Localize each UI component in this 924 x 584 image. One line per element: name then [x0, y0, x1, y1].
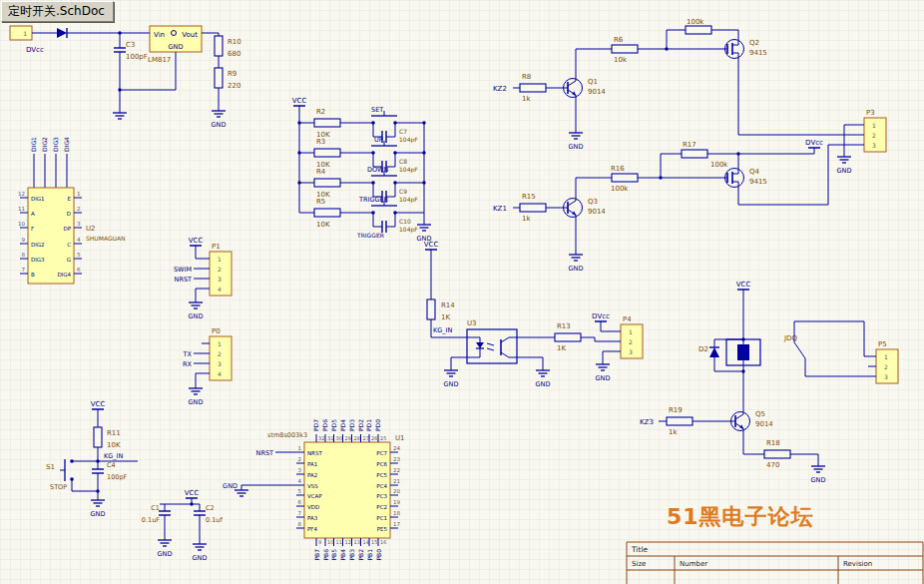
text-label[interactable]: SWIM — [174, 266, 192, 274]
text-label[interactable]: 100k — [687, 18, 704, 26]
text-label[interactable]: R10 — [228, 38, 241, 46]
text-label[interactable]: NRST — [175, 276, 193, 284]
resistor-R9[interactable] — [215, 68, 223, 88]
text-label[interactable]: 1k — [669, 428, 678, 436]
text-label[interactable]: Q5 — [755, 410, 765, 418]
text-label[interactable]: R16 — [611, 165, 625, 173]
resistor-R18[interactable] — [764, 450, 790, 458]
text-label[interactable]: 1k — [522, 95, 531, 103]
text-label[interactable]: 1k — [522, 215, 531, 223]
text-label[interactable]: R19 — [669, 406, 683, 414]
text-label[interactable]: 680 — [228, 50, 240, 58]
text-label[interactable]: DIG3 — [52, 137, 59, 152]
resistor-R19[interactable] — [667, 417, 693, 425]
text-label[interactable]: STOP — [50, 483, 67, 491]
resistor-R5[interactable] — [314, 209, 340, 217]
regulator-designator[interactable]: LM817 — [148, 56, 171, 64]
text-label[interactable]: UP — [374, 136, 383, 144]
text-label[interactable]: R8 — [522, 73, 531, 81]
text-label[interactable]: 104pF — [399, 226, 418, 234]
text-label[interactable]: Vin — [154, 31, 165, 39]
text-label[interactable]: U3 — [467, 319, 477, 327]
text-label[interactable]: R13 — [557, 322, 571, 330]
resistor-R11[interactable] — [94, 427, 102, 447]
text-label[interactable]: 470 — [766, 461, 779, 469]
text-label[interactable]: GND — [169, 43, 184, 51]
net-label-kz1[interactable]: KZ1 — [493, 205, 507, 213]
text-label[interactable]: SET — [371, 106, 383, 114]
text-label[interactable]: 0.1uF — [142, 516, 160, 524]
resistor-R17[interactable] — [682, 150, 707, 158]
net-label-kz3[interactable]: KZ3 — [640, 418, 654, 426]
resistor-R3[interactable] — [314, 149, 340, 157]
text-label[interactable]: 9415 — [749, 49, 767, 57]
text-label[interactable]: GND — [223, 482, 237, 490]
text-label[interactable]: DIG4 — [63, 137, 70, 152]
resistor-R4[interactable] — [314, 179, 340, 187]
text-label[interactable]: C7 — [399, 128, 407, 135]
text-label[interactable]: 104pF — [399, 196, 418, 204]
text-label[interactable]: 1K — [557, 344, 566, 352]
text-label[interactable]: C8 — [399, 158, 407, 165]
text-label[interactable]: JDQ — [783, 334, 797, 342]
text-label[interactable]: RX — [183, 360, 193, 368]
resistor-R15[interactable] — [520, 204, 546, 212]
text-label[interactable]: C1 — [151, 504, 160, 512]
text-label[interactable]: SHUMAGUAN — [86, 235, 126, 242]
text-label[interactable]: R3 — [316, 138, 325, 146]
text-label[interactable]: 100pF — [126, 53, 148, 61]
text-label[interactable]: 104pF — [399, 166, 418, 174]
text-label[interactable]: 1K — [441, 313, 450, 321]
net-label-kz2[interactable]: KZ2 — [493, 85, 507, 93]
text-label[interactable]: 0.1uf — [206, 516, 223, 524]
text-label[interactable]: 9415 — [749, 178, 767, 186]
text-label[interactable]: 100pF — [107, 473, 128, 481]
text-label[interactable]: R2 — [316, 108, 325, 116]
text-label[interactable]: R9 — [228, 70, 236, 78]
text-label[interactable]: 100k — [710, 161, 728, 169]
text-label[interactable]: TRIGGER — [358, 196, 389, 204]
text-label[interactable]: R4 — [316, 168, 326, 176]
text-label[interactable]: Q4 — [749, 168, 760, 176]
text-label[interactable]: stm8s003k3 — [267, 431, 307, 439]
resistor-R2[interactable] — [314, 119, 340, 127]
text-label[interactable]: R6 — [614, 36, 624, 44]
text-label[interactable]: TRIGGER — [356, 232, 384, 239]
text-label[interactable]: 104pF — [399, 136, 418, 144]
text-label[interactable]: R11 — [107, 429, 121, 437]
text-label[interactable]: C4 — [107, 461, 116, 469]
display-U2[interactable]: 12DIG111A10F9DIG28DIG37B1E2D3DP4C5G6DIG4 — [18, 188, 82, 284]
schematic-canvas[interactable]: 1DVccC3100pFVinVoutGNDLM817R10680R9220GN… — [0, 0, 924, 584]
resistor-R13[interactable] — [555, 333, 581, 341]
text-label[interactable]: R15 — [522, 193, 536, 201]
net-label-kg-in[interactable]: KG_IN — [433, 326, 452, 334]
text-label[interactable]: R18 — [766, 439, 780, 447]
text-label[interactable]: S1 — [46, 463, 55, 471]
text-label[interactable]: 10K — [316, 221, 330, 229]
text-label[interactable]: C10 — [399, 218, 411, 225]
text-label[interactable]: R17 — [683, 141, 696, 149]
text-label[interactable]: 10K — [107, 441, 121, 449]
text-label[interactable]: R5 — [316, 198, 325, 206]
text-label[interactable]: 100k — [611, 185, 629, 193]
resistor-pullup-q2[interactable] — [686, 26, 711, 34]
resistor-R14[interactable] — [427, 299, 435, 319]
resistor-R6[interactable] — [612, 45, 638, 53]
resistor-R10[interactable] — [215, 36, 223, 56]
text-label[interactable]: 9014 — [755, 420, 773, 428]
text-label[interactable]: 10k — [614, 56, 628, 64]
text-label[interactable]: C3 — [126, 41, 135, 49]
resistor-R8[interactable] — [520, 84, 546, 92]
text-label[interactable]: Vout — [182, 31, 198, 39]
text-label[interactable]: Q3 — [588, 198, 598, 206]
text-label[interactable]: TX — [183, 350, 193, 358]
text-label[interactable]: NRST — [256, 449, 274, 457]
text-label[interactable]: R14 — [441, 301, 455, 309]
text-label[interactable]: D2 — [698, 345, 708, 353]
text-label[interactable]: 9014 — [588, 88, 606, 96]
document-tab[interactable]: 定时开关.SchDoc — [1, 1, 114, 22]
text-label[interactable]: U1 — [395, 434, 405, 442]
text-label[interactable]: DIG2 — [41, 137, 48, 152]
resistor-R16[interactable] — [612, 174, 638, 182]
text-label[interactable]: 9014 — [588, 208, 606, 216]
